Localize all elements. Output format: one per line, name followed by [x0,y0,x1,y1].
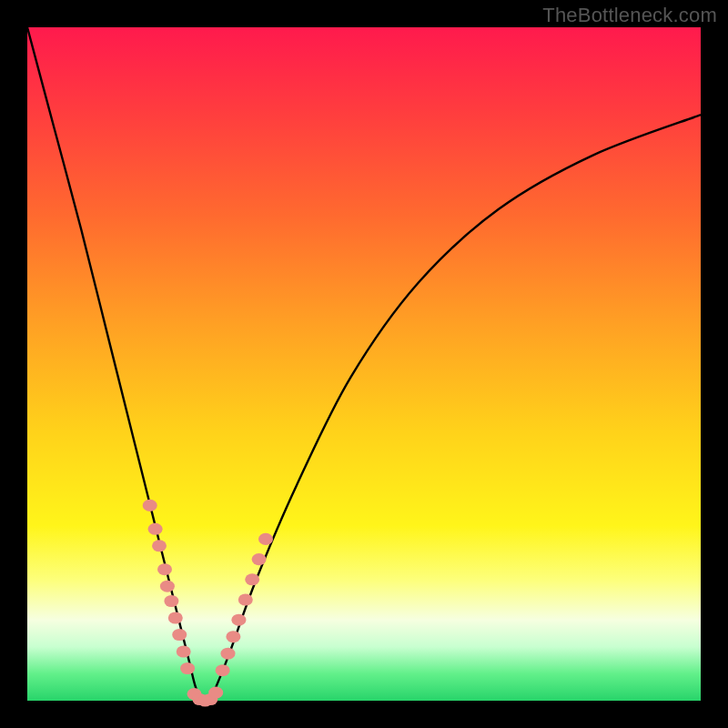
data-point [238,593,253,605]
data-point [231,614,246,626]
watermark-text: TheBottleneck.com [542,4,717,27]
data-point [152,540,167,551]
bottleneck-curve [27,27,701,703]
data-point [216,664,230,676]
data-point [226,631,240,642]
chart-frame: TheBottleneck.com [0,0,728,728]
data-point [164,595,178,607]
data-point [245,573,259,585]
data-point [160,581,175,592]
data-point [177,645,191,657]
data-point [252,553,267,565]
chart-svg [27,27,701,701]
data-point [148,523,163,535]
data-point [208,687,223,699]
data-point [221,648,236,660]
data-point-cluster [143,500,273,707]
plot-area [27,27,701,701]
data-point [168,612,183,623]
data-point [180,662,195,674]
data-point [143,500,157,511]
data-point [157,563,172,575]
data-point [258,533,273,545]
data-point [172,629,187,641]
